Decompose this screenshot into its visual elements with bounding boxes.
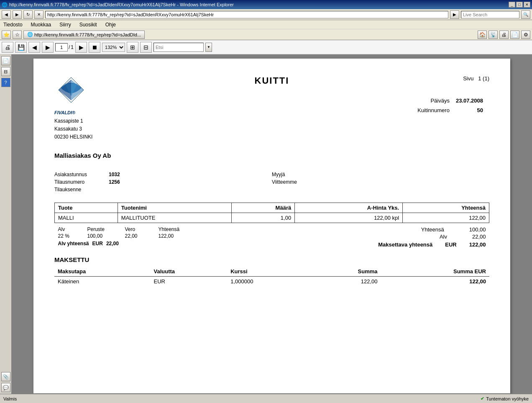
left-sidebar: 📄 ⊟ ? 📎 💬	[0, 54, 12, 394]
pay-col-amount: Summa	[308, 267, 381, 277]
menu-siirry[interactable]: Siirry	[58, 21, 72, 28]
menu-ohje[interactable]: Ohje	[104, 21, 118, 28]
table-row: MALLI MALLITUOTE 1,00 122,00 kpl 122,00	[55, 213, 489, 223]
page-nav: / 1	[55, 43, 74, 51]
back-button[interactable]: ◀	[2, 10, 11, 19]
print-icon[interactable]: 🖨	[499, 31, 509, 39]
customer-name: Malliasiakas Oy Ab	[54, 152, 489, 159]
browser-icon: 🌐	[2, 2, 8, 8]
tools-icon[interactable]: ⚙	[521, 31, 530, 39]
forward-button[interactable]: ▶	[13, 10, 22, 19]
pay-currency: EUR	[151, 276, 228, 286]
tax-pct: 22 %	[58, 233, 79, 239]
zone-text: Tuntematon vyöhyke	[486, 396, 529, 401]
report-right: Sivu 1 (1) Päiväys 23.07.2008 Kuitinnume…	[406, 75, 489, 117]
address-bar: ◀ ▶ ↻ ✕ ▶ 🔍	[0, 9, 532, 20]
page-info: Sivu 1 (1)	[406, 75, 489, 82]
order-seller-section: Asiakastunnus 1032 Tilausnumero 1256 Til…	[54, 172, 489, 194]
live-search-button[interactable]: 🔍	[521, 10, 530, 19]
bookmark-url[interactable]: 🌐 http://kenny.finnvalli.fi:7778/fv_rep/…	[23, 31, 145, 39]
tax-section: Alv Peruste Vero Yhteensä 22 % 100,00 22…	[58, 226, 486, 248]
feeds-icon[interactable]: 📡	[489, 31, 498, 39]
alv-total-value: 22,00	[106, 241, 119, 246]
pay-col-method: Maksutapa	[54, 267, 151, 277]
customer-id-value: 1032	[109, 172, 120, 177]
close-button[interactable]: ✕	[524, 2, 530, 8]
order-num-label: Tilausnumero	[54, 179, 105, 185]
logo-text: FIVALDI®	[54, 110, 138, 115]
page-number-input[interactable]	[55, 43, 68, 51]
menu-muokkaa[interactable]: Muokkaa	[29, 21, 53, 28]
pay-col-currency: Valuutta	[151, 267, 228, 277]
menu-tiedosto[interactable]: Tiedosto	[2, 21, 24, 28]
report-toolbar: 🖨 💾 ◀ ▶ / 1 ▶ ⏹ 132% ⊞ ⊟ ▼	[0, 40, 532, 54]
save-report-button[interactable]: 💾	[15, 42, 27, 53]
tax-header-total: Yhteensä	[159, 226, 188, 232]
tax-header-alv: Alv	[58, 226, 79, 232]
logo-area: FIVALDI® Kassapiste 1 Kassakatu 3 00230 …	[54, 75, 138, 141]
total-currency: EUR	[445, 241, 456, 248]
window-title: http://kenny.finnvalli.fi:7778/fv_rep/re…	[9, 2, 234, 7]
seller-label: Myyjä	[272, 172, 285, 177]
payment-title: MAKSETTU	[54, 256, 489, 263]
live-search-input[interactable]	[461, 11, 519, 18]
play-button[interactable]: ▶	[75, 42, 87, 53]
pay-amount-eur: 122,00	[381, 276, 489, 286]
pay-col-rate: Kurssi	[227, 267, 308, 277]
fit-width-button[interactable]: ⊟	[140, 42, 152, 53]
stop-report-button[interactable]: ⏹	[89, 42, 100, 53]
menu-bar: Tiedosto Muokkaa Siirry Suosikit Ohje	[0, 20, 532, 29]
content-area[interactable]: FIVALDI® Kassapiste 1 Kassakatu 3 00230 …	[12, 54, 532, 394]
report-page: FIVALDI® Kassapiste 1 Kassakatu 3 00230 …	[33, 59, 510, 393]
favorites-star-icon[interactable]: ⭐	[2, 31, 11, 39]
sidebar-help-btn[interactable]: ?	[1, 78, 10, 87]
tax-row: Alv Peruste Vero Yhteensä 22 % 100,00 22…	[55, 223, 489, 248]
go-button[interactable]: ▶	[450, 10, 459, 19]
sidebar-panel-btn[interactable]: ⊟	[1, 67, 10, 76]
pay-amount: 122,00	[308, 276, 381, 286]
page-separator: /	[69, 44, 70, 50]
payment-section: MAKSETTU Maksutapa Valuutta Kurssi Summa…	[54, 256, 489, 286]
home-icon[interactable]: 🏠	[478, 31, 487, 39]
maximize-button[interactable]: □	[516, 2, 523, 8]
order-ref-label: Tilauksenne	[54, 187, 105, 193]
address-input[interactable]	[45, 11, 448, 18]
receipt-num-label: Kuitinnumero	[417, 107, 450, 113]
search-dropdown-icon[interactable]: ▼	[205, 43, 212, 52]
alv-currency: EUR	[92, 241, 103, 246]
cell-total: 122,00	[403, 213, 489, 223]
page-number: 1 (1)	[478, 75, 489, 82]
sidebar-comment-btn[interactable]: 💬	[1, 383, 10, 392]
col-product: Tuote	[55, 203, 118, 213]
order-info: Asiakastunnus 1032 Tilausnumero 1256 Til…	[54, 172, 272, 194]
total-label: Maksettava yhteensä	[378, 241, 432, 248]
reference-label: Viitteemme	[272, 179, 297, 185]
search-input[interactable]	[153, 43, 204, 52]
cell-qty: 1,00	[232, 213, 295, 223]
sidebar-new-btn[interactable]: 📄	[1, 56, 10, 65]
add-favorites-icon[interactable]: ☆	[13, 31, 22, 39]
page-total: 1	[71, 44, 74, 50]
minimize-button[interactable]: _	[509, 2, 515, 8]
page-menu-icon[interactable]: 📄	[510, 31, 519, 39]
seller-info: Myyjä Viitteemme	[272, 172, 489, 194]
company-address: Kassapiste 1 Kassakatu 3 00230 HELSINKI	[54, 117, 138, 141]
payment-row: Käteinen EUR 1,000000 122,00 122,00	[54, 276, 489, 286]
date-value: 23.07.2008	[456, 98, 483, 104]
col-name: Tuotenimi	[118, 203, 232, 213]
cell-product: MALLI	[55, 213, 118, 223]
menu-suosikit[interactable]: Suosikit	[78, 21, 99, 28]
stop-button[interactable]: ✕	[34, 10, 43, 19]
sidebar-attach-btn[interactable]: 📎	[1, 372, 10, 381]
refresh-button[interactable]: ↻	[23, 10, 33, 19]
zoom-select[interactable]: 132%	[102, 43, 125, 52]
fit-page-button[interactable]: ⊞	[127, 42, 138, 53]
col-qty: Määrä	[232, 203, 295, 213]
customer-id-label: Asiakastunnus	[54, 172, 105, 177]
prev-page-button[interactable]: ◀	[28, 42, 40, 53]
tax-left: Alv Peruste Vero Yhteensä 22 % 100,00 22…	[58, 226, 272, 248]
print-report-button[interactable]: 🖨	[2, 42, 13, 53]
next-page-button[interactable]: ▶	[42, 42, 54, 53]
yhteensa-label: Yhteensä	[421, 226, 444, 233]
date-label: Päiväys	[417, 98, 450, 104]
